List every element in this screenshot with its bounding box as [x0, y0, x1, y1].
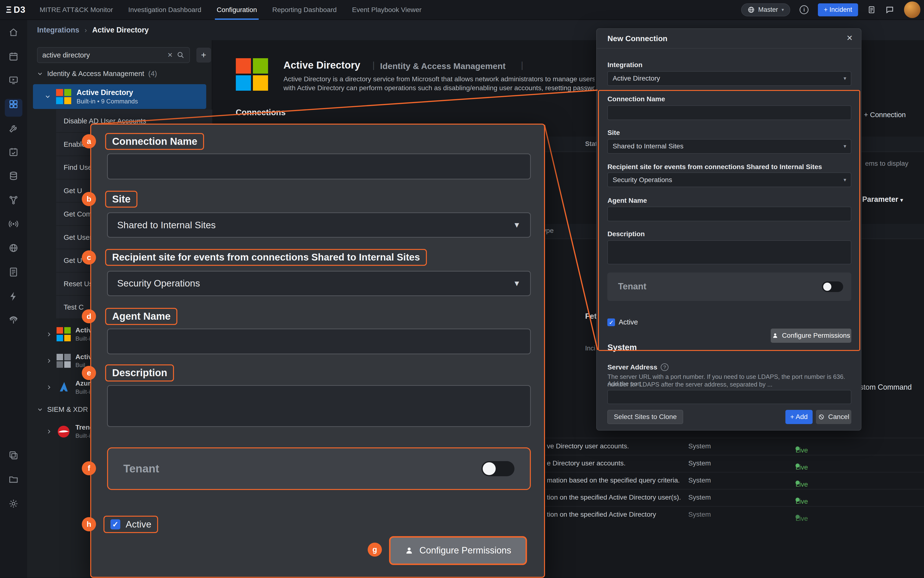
add-integration-button[interactable]: + [196, 48, 211, 62]
top-bar-right: Master ▾ i + Incident [741, 2, 924, 18]
row-description: e Directory user accounts. [547, 459, 626, 467]
caret-down-icon: ▾ [844, 177, 846, 183]
tenant-label: Tenant [618, 281, 647, 292]
row-owner: System [688, 442, 711, 450]
integration-description-line1: Active Directory is a directory service … [283, 75, 595, 83]
top-nav: MITRE ATT&CK Monitor Investigation Dashb… [40, 0, 421, 20]
gray-app-logo [57, 354, 71, 368]
badge-d: d [82, 309, 96, 323]
search-icon[interactable] [177, 51, 185, 59]
integrations-icon[interactable] [8, 99, 19, 109]
row-description: ve Directory user accounts. [547, 442, 629, 450]
integration-title: Activ [75, 326, 92, 334]
title-divider: | [521, 60, 523, 70]
search-input[interactable] [42, 51, 163, 59]
agent-name-input[interactable] [607, 206, 851, 221]
settings-gear-icon[interactable] [8, 498, 19, 509]
cancel-button[interactable]: Cancel [816, 410, 851, 424]
topology-icon[interactable] [8, 195, 19, 206]
azure-logo [57, 380, 71, 395]
breadcrumb-separator: › [85, 26, 87, 34]
nav-mitre-attck-monitor[interactable]: MITRE ATT&CK Monitor [40, 0, 113, 20]
site-select[interactable]: Shared to Internal Sites ▾ [607, 139, 851, 154]
configure-permissions-button[interactable]: Configure Permissions [771, 329, 852, 343]
report-icon[interactable] [8, 267, 19, 277]
help-icon[interactable]: ? [661, 364, 669, 371]
group-count: (4) [148, 70, 157, 78]
recipient-site-select[interactable]: Security Operations ▾ [607, 172, 851, 187]
nav-reporting-dashboard[interactable]: Reporting Dashboard [272, 0, 337, 20]
page-title: Active Directory [283, 59, 360, 71]
info-icon[interactable]: i [800, 5, 808, 14]
status-column-header: Stat [585, 140, 597, 148]
add-button[interactable]: + Add [786, 410, 813, 424]
integration-search: ✕ [37, 47, 190, 63]
connection-name-input-zoom [107, 153, 531, 179]
close-icon[interactable]: ✕ [846, 33, 853, 42]
select-sites-to-clone-button[interactable]: Select Sites to Clone [607, 410, 683, 424]
active-checkbox[interactable]: ✓ [607, 318, 615, 326]
badge-e: e [82, 366, 96, 380]
global-lists-icon[interactable] [8, 243, 19, 253]
server-address-help-line2: number for LDAPS after the server addres… [607, 381, 851, 388]
new-incident-button[interactable]: + Incident [818, 3, 858, 16]
server-address-input[interactable] [607, 390, 851, 404]
d3-logo-icon: Ξ [6, 5, 12, 15]
integration-subtitle: Built-i [75, 388, 91, 395]
group-siem-xdr[interactable]: SIEM & XDR ( [37, 405, 94, 414]
nav-investigation-dashboard[interactable]: Investigation Dashboard [128, 0, 202, 20]
automation-icon[interactable] [8, 291, 19, 302]
database-icon[interactable] [8, 171, 19, 181]
connection-name-input[interactable] [607, 106, 851, 120]
incident-subtext: Inci [585, 345, 595, 352]
folder-icon[interactable] [8, 474, 19, 485]
add-connection-button[interactable]: + Connection [864, 110, 906, 119]
active-label: Active [619, 318, 638, 326]
tenant-toggle[interactable] [822, 281, 843, 292]
integration-subtitle: Built-i [75, 335, 92, 342]
check-icon: ✓ [609, 319, 614, 326]
nav-event-playbook-viewer[interactable]: Event Playbook Viewer [352, 0, 421, 20]
site-selector[interactable]: Master ▾ [741, 3, 790, 16]
clear-search-icon[interactable]: ✕ [167, 51, 173, 59]
chat-icon[interactable] [885, 5, 895, 14]
integration-select-value: Active Directory [613, 75, 660, 82]
connection-name-label: Connection Name [607, 95, 665, 103]
caret-down-icon: ▼ [513, 221, 521, 229]
integration-select[interactable]: Active Directory ▾ [607, 71, 851, 86]
add-button-label: + Add [790, 413, 808, 421]
badge-g: g [368, 543, 382, 557]
tools-icon[interactable] [8, 123, 19, 134]
breadcrumb-integrations[interactable]: Integrations [37, 26, 79, 34]
copy-icon[interactable] [8, 450, 19, 461]
site-label: Site [607, 129, 620, 136]
dialog-title: New Connection [607, 34, 667, 43]
integration-active-directory-selected[interactable]: Active Directory Built-in • 9 Commands [33, 84, 206, 109]
agent-name-input-zoom [107, 329, 531, 354]
description-textarea[interactable] [607, 240, 851, 265]
group-label: SIEM & XDR [47, 405, 88, 414]
playbook-monitor-icon[interactable] [8, 75, 19, 85]
chevron-down-icon [45, 94, 50, 99]
badge-b: b [82, 192, 96, 206]
broadcast-icon[interactable] [8, 219, 19, 229]
action-parameter-heading[interactable]: n Parameter ▾ [856, 195, 903, 203]
caret-down-icon: ▾ [900, 197, 903, 203]
chevron-right-icon [46, 429, 52, 434]
custom-command-button[interactable]: ustom Command [856, 383, 912, 391]
configure-permissions-button-zoom: Configure Permissions [390, 537, 525, 563]
nav-configuration[interactable]: Configuration [216, 0, 257, 20]
calendar-icon[interactable] [8, 51, 19, 62]
document-icon[interactable] [867, 5, 876, 15]
group-identity-access-management[interactable]: Identity & Access Management (4) [37, 70, 157, 78]
cancel-icon [818, 414, 825, 420]
group-label: Identity & Access Management [47, 70, 144, 78]
tenant-toggle-zoom [482, 461, 514, 476]
fingerprint-icon[interactable] [8, 315, 19, 326]
user-avatar[interactable] [904, 2, 921, 18]
microsoft-logo-large [236, 58, 268, 91]
schedule-icon[interactable] [8, 147, 19, 157]
description-textarea-zoom [107, 385, 531, 427]
check-icon: ✓ [112, 520, 119, 529]
home-icon[interactable] [8, 27, 19, 38]
